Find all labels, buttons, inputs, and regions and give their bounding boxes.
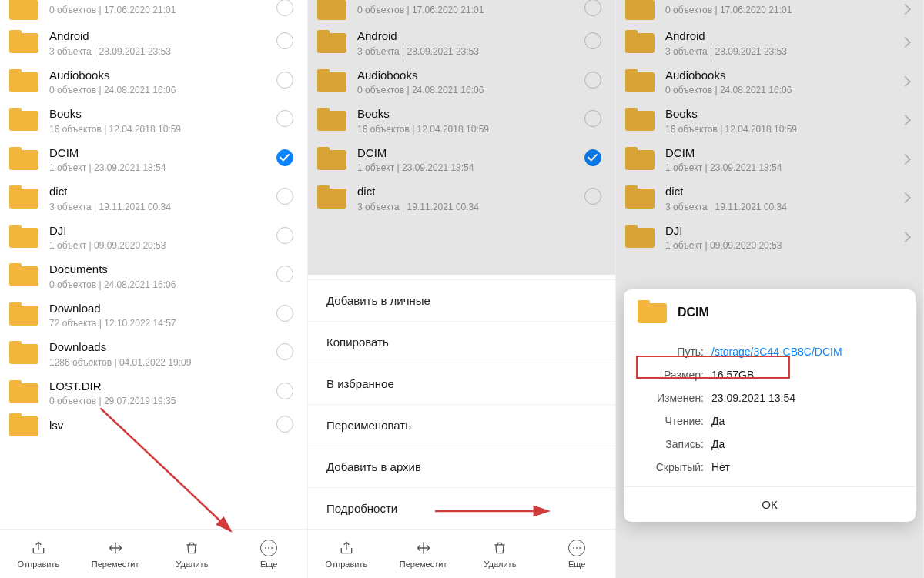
- folder-row[interactable]: Download72 объекта | 12.10.2022 14:57: [0, 296, 307, 335]
- folder-icon: [317, 69, 346, 94]
- folder-row[interactable]: LOST.DIR0 объектов | 29.07.2019 19:35: [0, 373, 307, 413]
- sheet-item[interactable]: В избранное: [308, 363, 615, 405]
- action-more[interactable]: ⋯ Еще: [242, 539, 296, 569]
- folder-row[interactable]: Books16 объектов | 12.04.2018 10:59: [308, 101, 615, 140]
- folder-icon: [625, 185, 654, 210]
- folder-row[interactable]: Downloads1286 объектов | 04.01.2022 19:0…: [0, 334, 307, 373]
- folder-icon: [9, 108, 38, 132]
- selection-unchecked-icon[interactable]: [276, 0, 293, 16]
- folder-row[interactable]: 0 объектов | 17.06.2020 21:01: [616, 0, 923, 23]
- action-delete[interactable]: Удалить: [473, 539, 527, 569]
- more-icon: ⋯: [260, 539, 277, 557]
- selection-unchecked-icon[interactable]: [276, 32, 293, 49]
- folder-name: Android: [49, 28, 269, 44]
- folder-row[interactable]: 0 объектов | 17.06.2020 21:01: [308, 0, 615, 23]
- selection-unchecked-icon[interactable]: [584, 0, 601, 16]
- action-move[interactable]: Переместит: [397, 539, 450, 569]
- folder-name: DJI: [49, 223, 269, 239]
- action-move[interactable]: Переместит: [89, 539, 142, 569]
- detail-row-read: Чтение: Да: [639, 409, 900, 433]
- chevron-right-icon: [900, 192, 911, 203]
- folder-row[interactable]: lsv: [0, 412, 307, 433]
- folder-row[interactable]: dict3 объекта | 19.11.2021 00:34: [308, 179, 615, 218]
- folder-detail: 0 объектов | 24.08.2021 16:06: [49, 279, 269, 290]
- chevron-right-icon: [900, 76, 911, 87]
- folder-name: DCIM: [665, 145, 894, 161]
- panel-details-dialog: 0 объектов | 17.06.2020 21:01Android3 об…: [616, 0, 924, 578]
- action-delete[interactable]: Удалить: [165, 539, 219, 569]
- chevron-right-icon: [900, 232, 911, 242]
- folder-row[interactable]: DJI1 объект | 09.09.2020 20:53: [0, 218, 307, 257]
- detail-row-modified: Изменен: 23.09.2021 13:54: [639, 386, 900, 409]
- folder-detail: 0 объектов | 17.06.2020 21:01: [49, 5, 269, 15]
- folder-row[interactable]: Audiobooks0 объектов | 24.08.2021 16:06: [0, 62, 307, 102]
- selection-unchecked-icon[interactable]: [584, 32, 601, 49]
- folder-icon: [317, 185, 346, 210]
- folder-detail: 0 объектов | 17.06.2020 21:01: [357, 5, 577, 15]
- folder-row[interactable]: Documents0 объектов | 24.08.2021 16:06: [0, 256, 307, 296]
- chevron-right-icon: [900, 3, 911, 14]
- selection-unchecked-icon[interactable]: [276, 266, 293, 282]
- folder-row[interactable]: Android3 объекта | 28.09.2021 23:53: [0, 23, 307, 62]
- folder-icon: [9, 185, 38, 210]
- selection-checked-icon[interactable]: [584, 149, 601, 166]
- path-link[interactable]: /storage/3C44-CB8C/DCIM: [711, 346, 899, 358]
- folder-row[interactable]: 0 объектов | 17.06.2020 21:01: [0, 0, 307, 23]
- folder-name: DCIM: [357, 145, 577, 161]
- action-label: Еще: [260, 560, 277, 569]
- selection-unchecked-icon[interactable]: [276, 188, 293, 205]
- selection-unchecked-icon[interactable]: [276, 72, 293, 89]
- action-send[interactable]: Отправить: [320, 539, 373, 569]
- share-icon: [339, 539, 354, 557]
- selection-unchecked-icon[interactable]: [584, 188, 601, 205]
- sheet-item[interactable]: Добавить в личные: [308, 280, 615, 322]
- dialog-ok-button[interactable]: ОК: [624, 486, 916, 522]
- detail-row-path: Путь: /storage/3C44-CB8C/DCIM: [639, 340, 900, 363]
- folder-row[interactable]: DCIM1 объект | 23.09.2021 13:54: [616, 140, 923, 179]
- selection-unchecked-icon[interactable]: [584, 110, 601, 127]
- folder-row[interactable]: DJI1 объект | 09.09.2020 20:53: [616, 218, 923, 257]
- folder-detail: 0 объектов | 24.08.2021 16:06: [665, 85, 894, 95]
- folder-icon: [625, 0, 654, 22]
- action-more[interactable]: ⋯ Еще: [550, 539, 604, 569]
- selection-unchecked-icon[interactable]: [276, 110, 293, 127]
- folder-detail: 3 объекта | 19.11.2021 00:34: [49, 202, 269, 212]
- folder-row[interactable]: Android3 объекта | 28.09.2021 23:53: [308, 23, 615, 62]
- folder-icon: [625, 147, 654, 172]
- selection-checked-icon[interactable]: [276, 149, 293, 166]
- folder-detail: 0 объектов | 17.06.2020 21:01: [665, 5, 894, 15]
- folder-name: Android: [357, 28, 577, 44]
- bottom-action-bar: Отправить Переместит Удалить ⋯ Еще: [308, 529, 615, 578]
- sheet-item[interactable]: Переименовать: [308, 405, 615, 446]
- folder-name: LOST.DIR: [49, 379, 269, 394]
- move-icon: [108, 539, 123, 557]
- folder-row[interactable]: Books16 объектов | 12.04.2018 10:59: [616, 101, 923, 140]
- selection-unchecked-icon[interactable]: [276, 343, 293, 360]
- folder-row[interactable]: DCIM1 объект | 23.09.2021 13:54: [308, 140, 615, 179]
- sheet-item[interactable]: Копировать: [308, 322, 615, 363]
- selection-unchecked-icon[interactable]: [276, 383, 293, 399]
- folder-row[interactable]: Android3 объекта | 28.09.2021 23:53: [616, 23, 923, 62]
- folder-row[interactable]: DCIM1 объект | 23.09.2021 13:54: [0, 140, 307, 179]
- folder-detail: 0 объектов | 24.08.2021 16:06: [49, 85, 269, 95]
- action-send[interactable]: Отправить: [12, 539, 65, 569]
- selection-unchecked-icon[interactable]: [276, 305, 293, 322]
- share-icon: [31, 539, 46, 557]
- sheet-item[interactable]: Подробности: [308, 488, 615, 529]
- folder-row[interactable]: Audiobooks0 объектов | 24.08.2021 16:06: [616, 62, 923, 102]
- sheet-item[interactable]: Добавить в архив: [308, 446, 615, 488]
- folder-row[interactable]: dict3 объекта | 19.11.2021 00:34: [0, 179, 307, 218]
- folder-detail: 1 объект | 23.09.2021 13:54: [49, 162, 269, 173]
- details-dialog: DCIM Путь: /storage/3C44-CB8C/DCIM Разме…: [624, 289, 916, 522]
- folder-row[interactable]: Audiobooks0 объектов | 24.08.2021 16:06: [308, 62, 615, 102]
- selection-unchecked-icon[interactable]: [276, 227, 293, 244]
- folder-icon: [625, 69, 654, 94]
- folder-row[interactable]: dict3 объекта | 19.11.2021 00:34: [616, 179, 923, 218]
- selection-unchecked-icon[interactable]: [584, 72, 601, 89]
- selection-unchecked-icon[interactable]: [276, 416, 293, 433]
- folder-icon: [9, 341, 38, 366]
- folder-row[interactable]: Books16 объектов | 12.04.2018 10:59: [0, 101, 307, 140]
- folder-detail: 16 объектов | 12.04.2018 10:59: [665, 124, 894, 135]
- folder-name: Books: [665, 106, 894, 122]
- folder-name: dict: [49, 184, 269, 199]
